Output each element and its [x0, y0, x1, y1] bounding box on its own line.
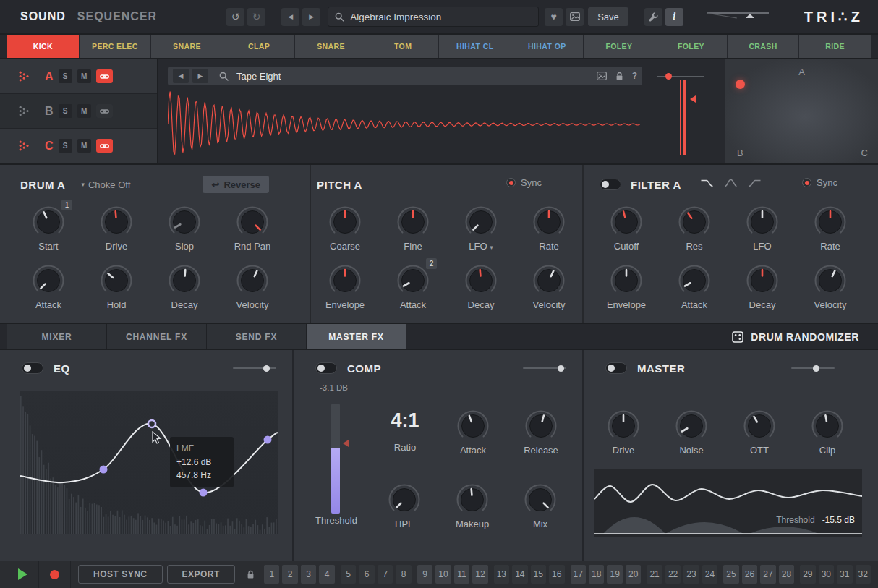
layer-link-button[interactable]	[96, 139, 113, 153]
knob-attack[interactable]: Attack	[660, 263, 728, 310]
solo-button[interactable]: S	[59, 104, 72, 118]
master-toggle[interactable]	[605, 362, 627, 374]
step-16[interactable]: 16	[549, 565, 564, 584]
browse-sample-icon[interactable]	[219, 72, 229, 81]
tab-sequencer[interactable]: SEQUENCER	[77, 10, 157, 23]
pattern-lock-icon[interactable]	[247, 570, 255, 579]
layer-link-button[interactable]	[96, 104, 113, 118]
favorite-heart-icon[interactable]: ♥	[545, 8, 563, 26]
play-button[interactable]	[7, 561, 39, 588]
knob-dial[interactable]	[235, 205, 270, 239]
step-6[interactable]: 6	[359, 565, 374, 584]
filter-toggle[interactable]	[600, 179, 621, 190]
ratio-value[interactable]: 4:1	[373, 409, 437, 432]
knob-dial[interactable]	[387, 482, 422, 517]
knob-rnd-pan[interactable]: Rnd Pan	[218, 205, 286, 252]
export-button[interactable]: EXPORT	[167, 565, 235, 584]
tab-sound[interactable]: SOUND	[20, 10, 66, 23]
layer-link-button[interactable]	[96, 69, 113, 83]
knob-dial[interactable]	[745, 205, 780, 239]
knob-dial[interactable]	[609, 263, 644, 298]
knob-dial[interactable]	[810, 409, 845, 443]
sample-name[interactable]: Tape Eight	[236, 71, 281, 82]
redo-icon[interactable]: ↻	[247, 8, 265, 26]
knob-dial[interactable]	[99, 263, 134, 298]
knob-fine[interactable]: Fine	[379, 205, 447, 252]
step-17[interactable]: 17	[571, 565, 586, 584]
threshold-slider[interactable]	[331, 404, 340, 514]
step-32[interactable]: 32	[856, 565, 871, 584]
knob-dial[interactable]	[31, 263, 66, 298]
knob-decay[interactable]: Decay	[728, 263, 796, 310]
filter-sync-toggle[interactable]: Sync	[802, 177, 837, 188]
step-27[interactable]: 27	[760, 565, 775, 584]
knob-coarse[interactable]: Coarse	[311, 205, 379, 252]
knob-ott[interactable]: OTT	[725, 409, 793, 456]
step-23[interactable]: 23	[683, 565, 699, 584]
output-level-slider[interactable]	[705, 8, 772, 25]
eq-amount-slider[interactable]	[233, 365, 276, 372]
step-11[interactable]: 11	[454, 565, 469, 584]
pad-hihat-cl[interactable]: HIHAT CL	[439, 35, 511, 58]
fx-tab-channel-fx[interactable]: CHANNEL FX	[107, 324, 207, 349]
step-25[interactable]: 25	[723, 565, 738, 584]
knob-dial[interactable]	[328, 263, 362, 298]
step-29[interactable]: 29	[800, 565, 815, 584]
knob-hold[interactable]: Hold	[82, 263, 150, 310]
knob-noise[interactable]: Noise	[657, 409, 725, 456]
preset-image-icon[interactable]	[566, 8, 584, 26]
step-3[interactable]: 3	[301, 565, 316, 584]
step-2[interactable]: 2	[282, 565, 297, 584]
settings-wrench-icon[interactable]	[644, 8, 662, 26]
knob-dial[interactable]	[464, 263, 498, 298]
sample-image-icon[interactable]	[597, 72, 607, 80]
fx-tab-master-fx[interactable]: MASTER FX	[307, 324, 406, 349]
pad-foley[interactable]: FOLEY	[584, 35, 655, 58]
knob-velocity[interactable]: Velocity	[218, 263, 286, 310]
knob-lfo[interactable]: LFO	[728, 205, 796, 252]
knob-dial[interactable]	[742, 409, 777, 443]
solo-button[interactable]: S	[59, 139, 72, 153]
knob-dial[interactable]	[328, 205, 362, 239]
pad-hihat-op[interactable]: HIHAT OP	[511, 35, 583, 58]
layer-row-b[interactable]: BSM	[0, 94, 157, 129]
highpass-icon[interactable]	[748, 178, 762, 191]
step-13[interactable]: 13	[494, 565, 509, 584]
step-14[interactable]: 14	[512, 565, 527, 584]
knob-dial[interactable]	[31, 205, 66, 239]
knob-velocity[interactable]: Velocity	[515, 263, 583, 310]
sample-lock-icon[interactable]	[615, 72, 623, 81]
knob-dial[interactable]	[813, 205, 848, 239]
step-21[interactable]: 21	[647, 565, 662, 584]
mute-button[interactable]: M	[77, 139, 91, 153]
layer-morph-pad[interactable]: A B C	[725, 59, 878, 163]
bandpass-icon[interactable]	[724, 178, 738, 191]
eq-toggle[interactable]	[22, 362, 43, 374]
knob-decay[interactable]: Decay	[150, 263, 218, 310]
preset-search-input[interactable]: Algebraic Impression	[328, 7, 539, 27]
knob-makeup[interactable]: Makeup	[438, 482, 506, 529]
step-5[interactable]: 5	[341, 565, 356, 584]
knob-dial[interactable]	[167, 205, 202, 239]
pitch-sync-toggle[interactable]: Sync	[506, 177, 542, 188]
xy-position-dot[interactable]	[736, 80, 745, 89]
pad-snare[interactable]: SNARE	[295, 35, 367, 58]
info-button[interactable]: i	[665, 8, 683, 26]
knob-dial[interactable]	[745, 263, 780, 298]
knob-dial[interactable]	[532, 205, 566, 239]
solo-button[interactable]: S	[59, 69, 72, 83]
meter-marker-icon[interactable]	[690, 95, 696, 103]
next-preset-icon[interactable]: ▶	[302, 8, 320, 26]
knob-attack[interactable]: Attack	[14, 263, 82, 310]
knob-dial[interactable]	[99, 205, 134, 239]
knob-dial[interactable]	[167, 263, 202, 298]
pad-kick[interactable]: KICK	[7, 35, 79, 58]
knob-dial[interactable]	[396, 263, 430, 298]
step-10[interactable]: 10	[435, 565, 451, 584]
mute-button[interactable]: M	[77, 104, 91, 118]
undo-icon[interactable]: ↺	[226, 8, 244, 26]
pad-snare[interactable]: SNARE	[151, 35, 223, 58]
host-sync-button[interactable]: HOST SYNC	[78, 565, 163, 584]
knob-drive[interactable]: Drive	[82, 205, 150, 252]
knob-dial[interactable]	[396, 205, 430, 239]
